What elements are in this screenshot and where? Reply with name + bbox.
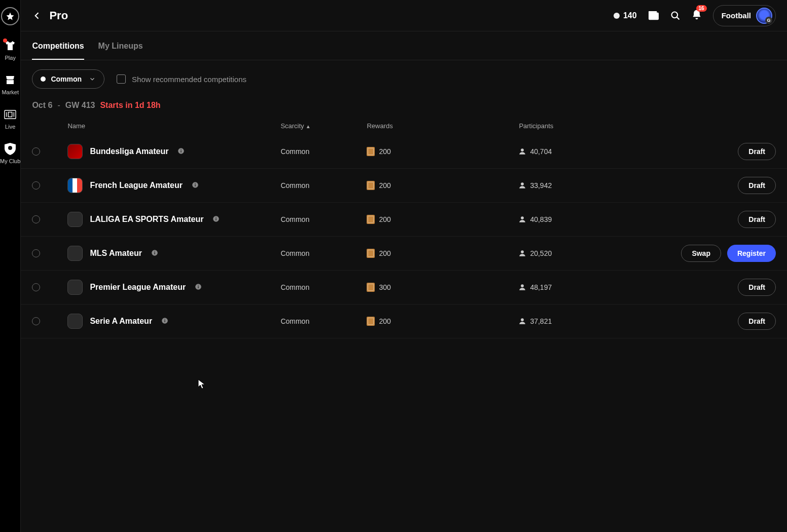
info-icon[interactable]	[161, 317, 168, 326]
scarcity-value: Common	[280, 147, 367, 156]
col-participants[interactable]: Participants	[519, 122, 681, 130]
person-icon	[519, 216, 526, 223]
participants-value: 20,520	[530, 249, 552, 257]
table-row[interactable]: Premier League AmateurCommon30048,197Dra…	[21, 271, 787, 305]
scarcity-value: Common	[280, 283, 367, 291]
gw-dash: -	[57, 101, 60, 110]
participants-cell: 20,520	[519, 249, 681, 257]
draft-button[interactable]: Draft	[738, 143, 776, 160]
gameweek-header: Oct 6 - GW 413 Starts in 1d 18h	[21, 98, 787, 117]
table-row[interactable]: French League AmateurCommon20033,942Draf…	[21, 169, 787, 203]
recommended-label: Show recommended competitions	[132, 75, 246, 84]
sidebar-item-play[interactable]: Play	[4, 40, 16, 61]
row-select-radio[interactable]	[32, 317, 40, 325]
table-row[interactable]: Serie A AmateurCommon20037,821Draft	[21, 305, 787, 338]
person-icon	[519, 284, 526, 291]
svg-rect-10	[181, 150, 182, 152]
participants-cell: 40,704	[519, 147, 681, 156]
col-scarcity[interactable]: Scarcity▲	[280, 122, 367, 130]
scarcity-filter[interactable]: Common	[32, 69, 104, 89]
sidebar-label: Market	[2, 89, 19, 95]
svg-point-32	[521, 318, 524, 321]
live-icon	[4, 108, 16, 121]
rewards-cell: 200	[367, 317, 519, 326]
svg-rect-22	[154, 252, 155, 254]
back-button[interactable]	[32, 11, 42, 21]
coin-balance[interactable]: 140	[614, 11, 637, 20]
filter-bar: Common Show recommended competitions	[21, 60, 787, 98]
svg-point-16	[521, 182, 524, 185]
row-select-radio[interactable]	[32, 181, 40, 189]
person-icon	[519, 318, 526, 325]
sidebar-item-live[interactable]: Live	[4, 108, 16, 130]
sidebar-label: Live	[5, 124, 15, 130]
svg-rect-5	[649, 12, 659, 20]
wallet-button[interactable]	[648, 11, 659, 21]
row-actions: Draft	[738, 177, 776, 194]
sidebar-item-market[interactable]: Market	[2, 74, 19, 95]
notifications-button[interactable]: 16	[692, 9, 702, 22]
info-icon[interactable]	[192, 181, 199, 190]
sidebar: Play Market Live My Club	[0, 0, 21, 532]
col-rewards[interactable]: Rewards	[367, 122, 519, 130]
svg-rect-23	[154, 251, 155, 251]
draft-button[interactable]: Draft	[738, 211, 776, 228]
info-icon[interactable]	[195, 283, 202, 292]
search-button[interactable]	[670, 11, 681, 21]
row-select-radio[interactable]	[32, 215, 40, 223]
checkbox-icon	[117, 74, 126, 84]
draft-button[interactable]: Draft	[738, 177, 776, 194]
recommended-toggle[interactable]: Show recommended competitions	[117, 74, 246, 84]
table-row[interactable]: LALIGA EA SPORTS AmateurCommon20040,839D…	[21, 203, 787, 237]
swap-button[interactable]: Swap	[681, 245, 721, 262]
svg-point-7	[671, 12, 677, 18]
sidebar-label: Play	[5, 55, 15, 61]
league-badge-icon	[67, 212, 83, 227]
card-reward-icon	[367, 147, 375, 156]
row-select-radio[interactable]	[32, 249, 40, 257]
sport-label: Football	[722, 11, 751, 20]
svg-point-24	[521, 250, 524, 253]
logo-button[interactable]	[1, 7, 19, 25]
competition-name: Premier League Amateur	[90, 283, 186, 292]
competition-name: Bundesliga Amateur	[90, 147, 168, 156]
row-actions: Draft	[738, 211, 776, 228]
svg-line-8	[676, 17, 679, 19]
rewards-cell: 200	[367, 215, 519, 224]
rewards-value: 300	[379, 283, 390, 291]
info-icon[interactable]	[177, 147, 185, 156]
register-button[interactable]: Register	[727, 245, 776, 262]
tab-competitions[interactable]: Competitions	[32, 42, 84, 60]
gw-countdown: Starts in 1d 18h	[100, 101, 160, 110]
star-icon	[6, 12, 15, 21]
sub-tabs: Competitions My Lineups	[21, 31, 787, 60]
table-row[interactable]: MLS AmateurCommon20020,520SwapRegister	[21, 237, 787, 271]
market-icon	[4, 74, 16, 86]
row-actions: Draft	[738, 279, 776, 296]
chevron-left-icon	[32, 11, 42, 21]
draft-button[interactable]: Draft	[738, 279, 776, 296]
rewards-cell: 300	[367, 283, 519, 292]
scarcity-filter-label: Common	[51, 75, 82, 83]
info-icon[interactable]	[212, 215, 220, 224]
table-row[interactable]: Bundesliga AmateurCommon20040,704Draft	[21, 135, 787, 169]
league-badge-icon	[67, 280, 83, 295]
gw-date: Oct 6	[32, 101, 52, 110]
sidebar-item-myclub[interactable]: My Club	[0, 143, 20, 164]
topbar-left: Pro	[32, 9, 68, 22]
info-icon[interactable]	[151, 249, 158, 258]
row-actions: Draft	[738, 313, 776, 330]
shield-icon	[4, 143, 16, 155]
col-name[interactable]: Name	[67, 122, 280, 130]
scarcity-value: Common	[280, 249, 367, 257]
row-select-radio[interactable]	[32, 147, 40, 156]
rewards-value: 200	[379, 215, 390, 223]
sport-selector[interactable]: Football	[713, 5, 776, 26]
row-select-radio[interactable]	[32, 283, 40, 291]
svg-rect-18	[216, 218, 217, 220]
participants-value: 40,839	[530, 215, 552, 223]
tab-my-lineups[interactable]: My Lineups	[98, 42, 143, 60]
svg-rect-11	[181, 149, 182, 149]
draft-button[interactable]: Draft	[738, 313, 776, 330]
participants-value: 33,942	[530, 181, 552, 189]
